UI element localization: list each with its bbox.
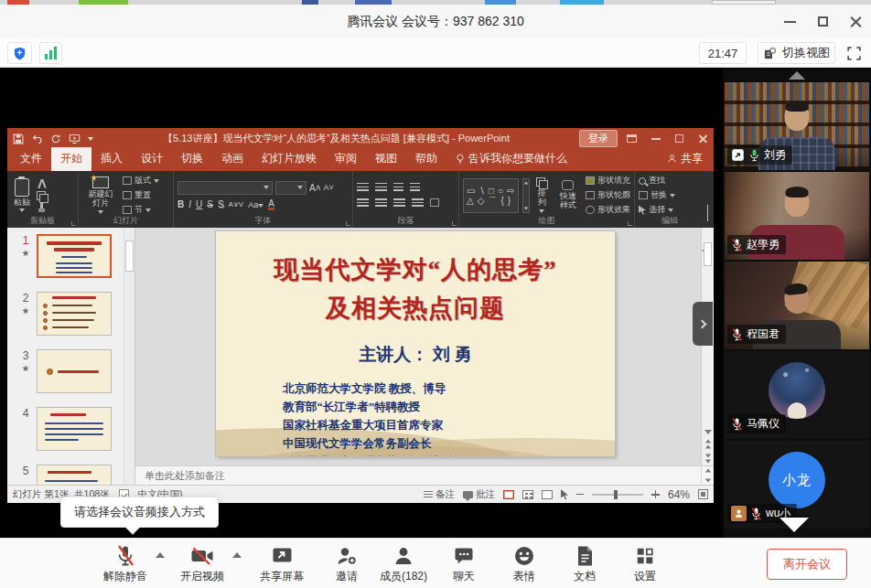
slideshow-view-icon[interactable] [561, 489, 568, 499]
tab-insert[interactable]: 插入 [91, 147, 132, 171]
justify-icon[interactable] [412, 198, 424, 208]
close-icon[interactable] [850, 16, 862, 27]
thumbnail-scrollbar[interactable] [124, 228, 134, 485]
ppt-share-button[interactable]: 共享 [656, 147, 714, 171]
copy-icon[interactable] [37, 191, 48, 200]
shape-fill-button[interactable]: 形状填充 [586, 175, 630, 187]
ppt-close-icon[interactable] [698, 134, 708, 144]
slide-sorter-view-icon[interactable] [522, 490, 533, 499]
switch-view-button[interactable]: 切换视图 [758, 42, 835, 64]
fit-slide-icon[interactable] [698, 489, 708, 499]
shape-outline-button[interactable]: 形状轮廓 [586, 189, 630, 201]
start-video-button[interactable]: 开启视频 [174, 544, 231, 584]
slide-canvas[interactable]: 现当代文学对“人的思考” 及相关热点问题 主讲人： 刘 勇 北京师范大学文学院 … [216, 231, 615, 456]
slideshow-from-start-icon[interactable] [69, 134, 81, 144]
columns-icon[interactable] [430, 198, 439, 207]
tab-view[interactable]: 视图 [366, 147, 406, 171]
zoom-percentage[interactable]: 64% [668, 488, 690, 501]
video-tile-wuxiao[interactable]: 小龙 wu小 [725, 441, 869, 529]
next-slide-icon[interactable] [704, 454, 712, 464]
meeting-security-button[interactable] [7, 42, 32, 64]
ppt-login-button[interactable]: 登录 [579, 130, 618, 147]
arrange-button[interactable]: 排列 [533, 177, 550, 213]
decrease-font-icon[interactable]: A˅ [324, 183, 334, 192]
comments-toggle-button[interactable]: 批注 [463, 488, 495, 501]
slide-editing-area[interactable]: 现当代文学对“人的思考” 及相关热点问题 主讲人： 刘 勇 北京师范大学文学院 … [135, 228, 714, 465]
tab-home[interactable]: 开始 [51, 147, 91, 171]
notes-scrollbar[interactable] [701, 466, 714, 485]
italic-button[interactable]: I [188, 199, 191, 209]
format-painter-icon[interactable] [37, 203, 48, 212]
decrease-indent-icon[interactable] [393, 183, 403, 193]
invite-button[interactable]: 邀请 [320, 544, 373, 584]
zoom-out-icon[interactable] [576, 494, 584, 496]
find-button[interactable]: 查找 [639, 175, 675, 187]
scroll-down-icon[interactable] [704, 430, 712, 434]
maximize-icon[interactable] [818, 16, 828, 27]
chat-button[interactable]: 聊天 [437, 544, 490, 584]
zoom-slider[interactable] [592, 494, 643, 496]
new-slide-button[interactable]: 新建幻灯片 [82, 176, 119, 214]
paste-button[interactable]: 粘贴 [11, 178, 33, 213]
tab-design[interactable]: 设计 [132, 147, 172, 171]
replace-button[interactable]: 替换 [639, 189, 675, 201]
normal-view-icon[interactable] [503, 490, 514, 499]
numbered-list-icon[interactable] [375, 183, 387, 193]
font-color-icon[interactable]: A [268, 199, 274, 210]
reset-button[interactable]: 重置 [123, 189, 159, 201]
slide-thumbnail-5[interactable]: 5 [15, 465, 134, 485]
quick-styles-button[interactable]: 快速样式 [554, 180, 582, 210]
align-left-icon[interactable] [357, 198, 369, 208]
unmute-button[interactable]: 解除静音 [97, 544, 154, 584]
sidebar-collapse-handle[interactable] [693, 302, 713, 346]
reading-view-icon[interactable] [542, 490, 553, 499]
tab-help[interactable]: 帮助 [406, 147, 446, 171]
strikethrough-button[interactable]: S [207, 199, 213, 209]
scrollbar-thumb[interactable] [704, 242, 712, 266]
scroll-down-videos-button[interactable] [780, 518, 809, 532]
bold-button[interactable]: B [177, 199, 184, 209]
tell-me-box[interactable]: 告诉我你想要做什么 [446, 147, 576, 171]
save-icon[interactable] [13, 134, 24, 144]
previous-slide-icon[interactable] [704, 439, 712, 449]
ppt-minimize-icon[interactable] [651, 138, 661, 140]
increase-font-icon[interactable]: A˄ [309, 183, 321, 193]
fullscreen-icon[interactable] [846, 46, 862, 61]
docs-button[interactable]: 文档 [558, 544, 611, 584]
tab-review[interactable]: 审阅 [326, 147, 366, 171]
slide-thumbnail-3[interactable]: 3 [15, 349, 134, 393]
dialog-launcher-icon[interactable] [71, 221, 76, 226]
scroll-up-videos-button[interactable] [723, 68, 871, 82]
dialog-launcher-icon[interactable] [628, 221, 632, 226]
notes-pane[interactable]: 单击此处添加备注 [135, 465, 714, 485]
notes-toggle-button[interactable]: 备注 [424, 488, 455, 501]
change-case-icon[interactable]: Aa [248, 200, 263, 209]
text-shadow-icon[interactable]: S [218, 199, 224, 209]
bullet-list-icon[interactable] [357, 183, 369, 193]
font-name-select[interactable] [177, 181, 273, 195]
redo-icon[interactable] [50, 134, 61, 144]
share-screen-button[interactable]: 共享屏幕 [251, 544, 313, 584]
layout-button[interactable]: 版式 [123, 175, 159, 187]
tab-transitions[interactable]: 切换 [172, 147, 212, 171]
undo-icon[interactable] [31, 134, 43, 144]
slide-thumbnail-1[interactable]: 1 [15, 234, 134, 278]
zoom-slider-thumb[interactable] [614, 490, 618, 499]
shapes-gallery[interactable]: ▭∖□○⇨ △◇⌒{} [463, 178, 519, 213]
video-tile-mapeiyi[interactable]: 马佩仪 [725, 351, 869, 439]
ppt-maximize-icon[interactable] [675, 134, 683, 143]
settings-button[interactable]: 设置 [618, 544, 672, 584]
network-status-button[interactable] [39, 42, 62, 64]
video-tile-chengguojun[interactable]: 程国君 [725, 262, 869, 349]
audio-options-caret[interactable] [154, 552, 167, 558]
slide-thumbnail-2[interactable]: 2 [15, 292, 134, 336]
tab-slideshow[interactable]: 幻灯片放映 [253, 147, 326, 171]
font-size-select[interactable] [275, 181, 306, 195]
tab-animations[interactable]: 动画 [212, 147, 253, 171]
dialog-launcher-icon[interactable] [452, 221, 457, 226]
align-right-icon[interactable] [393, 198, 405, 208]
emoji-button[interactable]: 表情 [498, 544, 551, 584]
zoom-in-icon[interactable] [651, 490, 660, 498]
char-spacing-icon[interactable]: A∨V [229, 200, 244, 208]
increase-indent-icon[interactable] [410, 183, 420, 193]
